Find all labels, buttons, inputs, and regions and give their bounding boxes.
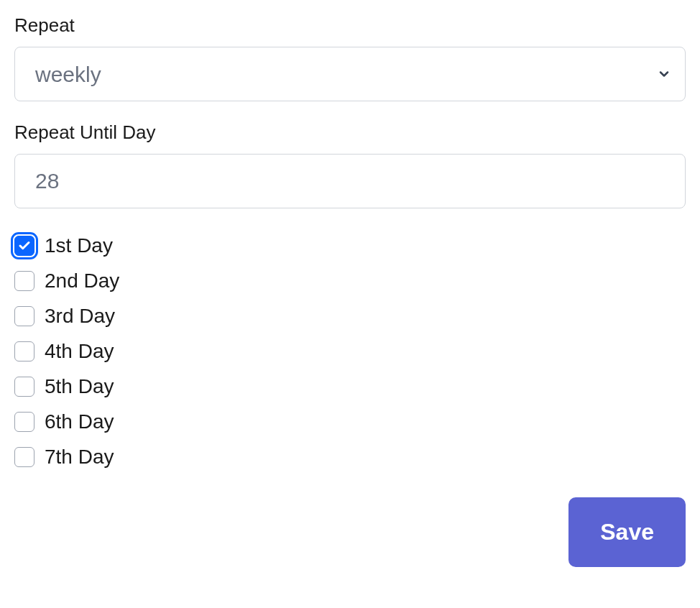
day-checkbox-row: 5th Day — [14, 375, 686, 398]
day-checkbox-label[interactable]: 3rd Day — [45, 305, 115, 328]
day-checkbox[interactable] — [14, 412, 34, 432]
day-checkbox-label[interactable]: 7th Day — [45, 446, 114, 469]
day-checkbox-row: 3rd Day — [14, 305, 686, 328]
day-checkbox-label[interactable]: 6th Day — [45, 410, 114, 433]
day-checkbox-row: 2nd Day — [14, 270, 686, 293]
day-checkbox-row: 7th Day — [14, 446, 686, 469]
day-checkbox[interactable] — [14, 447, 34, 467]
day-checkbox-list: 1st Day2nd Day3rd Day4th Day5th Day6th D… — [14, 234, 686, 469]
day-checkbox[interactable] — [14, 306, 34, 326]
day-checkbox-label[interactable]: 1st Day — [45, 234, 113, 257]
day-checkbox-row: 6th Day — [14, 410, 686, 433]
day-checkbox-label[interactable]: 5th Day — [45, 375, 114, 398]
day-checkbox-label[interactable]: 2nd Day — [45, 270, 119, 293]
day-checkbox[interactable] — [14, 236, 34, 256]
repeat-until-label: Repeat Until Day — [14, 121, 686, 144]
day-checkbox-label[interactable]: 4th Day — [45, 340, 114, 363]
repeat-select-wrapper: weekly — [14, 47, 686, 101]
day-checkbox[interactable] — [14, 271, 34, 291]
day-checkbox[interactable] — [14, 341, 34, 361]
repeat-label: Repeat — [14, 14, 686, 37]
day-checkbox-row: 1st Day — [14, 234, 686, 257]
day-checkbox[interactable] — [14, 377, 34, 397]
repeat-until-input[interactable] — [14, 154, 686, 208]
day-checkbox-row: 4th Day — [14, 340, 686, 363]
save-button[interactable]: Save — [568, 497, 686, 567]
repeat-select[interactable]: weekly — [14, 47, 686, 101]
button-row: Save — [14, 497, 686, 567]
